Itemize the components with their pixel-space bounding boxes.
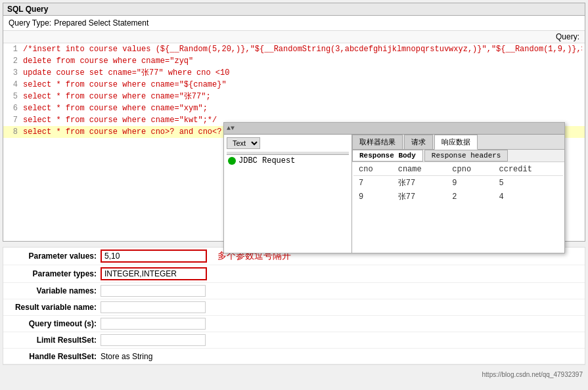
result-variable-name-row: Result variable name: bbox=[3, 299, 585, 316]
code-area[interactable]: 1/*insert into course values (${__Random… bbox=[3, 43, 585, 148]
result-panel-arrows: ▲▼ bbox=[227, 125, 235, 132]
line-text: select * from course where cname="张77"; bbox=[23, 91, 211, 102]
result-right: 取样器结果请求响应数据 Response BodyResponse header… bbox=[352, 135, 564, 253]
line-text: select * from course where cname="xym"; bbox=[23, 102, 208, 114]
query-timeout-row: Query timeout (s): bbox=[3, 316, 585, 332]
table-cell: 9 bbox=[353, 190, 393, 204]
limit-resultset-row: Limit ResultSet: bbox=[3, 332, 585, 349]
table-row: 7张7795 bbox=[353, 176, 563, 190]
param-types-label: Parameter types: bbox=[9, 269, 101, 278]
limit-resultset-label: Limit ResultSet: bbox=[9, 336, 101, 345]
table-column-header: ccredit bbox=[493, 163, 563, 176]
variable-names-label: Variable names: bbox=[9, 286, 101, 295]
table-column-header: cname bbox=[393, 163, 447, 176]
query-timeout-input[interactable] bbox=[101, 318, 206, 330]
sub-tab[interactable]: Response headers bbox=[424, 150, 509, 162]
line-number: 5 bbox=[6, 91, 18, 102]
code-line: 1/*insert into course values (${__Random… bbox=[3, 43, 585, 55]
table-cell: 5 bbox=[493, 176, 563, 190]
result-tab[interactable]: 请求 bbox=[404, 135, 433, 149]
table-cell: 9 bbox=[447, 176, 493, 190]
line-text: /*insert into course values (${__Random(… bbox=[23, 43, 582, 55]
limit-resultset-input[interactable] bbox=[101, 334, 206, 346]
line-text: select * from course where cname="${cnam… bbox=[23, 79, 227, 91]
result-variable-name-label: Result variable name: bbox=[9, 303, 101, 312]
url-watermark: https://blog.csdn.net/qq_47932397 bbox=[482, 371, 583, 378]
line-number: 1 bbox=[6, 43, 18, 55]
handle-resultset-row: Handle ResultSet: Store as String bbox=[3, 349, 585, 364]
code-line: 4select * from course where cname="${cna… bbox=[3, 79, 585, 91]
result-variable-name-input[interactable] bbox=[101, 301, 206, 313]
line-text: delete from course where cname="zyq" bbox=[23, 55, 193, 67]
line-text: select * from course where cno>? and cno… bbox=[23, 126, 221, 138]
result-data-table: cnocnamecpnoccredit 7张77959张7724 bbox=[353, 163, 563, 204]
table-cell: 4 bbox=[493, 190, 563, 204]
sql-query-section: SQL Query Query Type: Prepared Select St… bbox=[3, 3, 585, 242]
result-tab[interactable]: 取样器结果 bbox=[352, 135, 403, 149]
top-section: Query: 1/*insert into course values (${_… bbox=[3, 31, 585, 241]
line-number: 7 bbox=[6, 114, 18, 126]
line-number: 2 bbox=[6, 55, 18, 67]
line-number: 6 bbox=[6, 102, 18, 114]
status-dot bbox=[228, 157, 236, 165]
param-values-input[interactable] bbox=[101, 249, 207, 263]
code-line: 3update course set cname="张77" where cno… bbox=[3, 67, 585, 79]
result-tree: Text JDBC Request bbox=[224, 135, 352, 253]
table-cell: 张77 bbox=[393, 190, 447, 204]
table-cell: 张77 bbox=[393, 176, 447, 190]
section-title: SQL Query bbox=[3, 3, 585, 16]
param-types-row: Parameter types: bbox=[3, 265, 585, 283]
result-tree-item[interactable]: JDBC Request bbox=[227, 155, 349, 167]
result-panel-content: Text JDBC Request bbox=[224, 135, 564, 253]
table-column-header: cpno bbox=[447, 163, 493, 176]
line-number: 3 bbox=[6, 67, 18, 79]
data-table-area: cnocnamecpnoccredit 7张77959张7724 bbox=[352, 162, 564, 253]
jdbc-request-label: JDBC Request bbox=[238, 156, 295, 165]
line-number: 8 bbox=[6, 126, 18, 138]
query-type-label: Query Type: bbox=[9, 18, 51, 28]
table-column-header: cno bbox=[353, 163, 393, 176]
handle-resultset-value: Store as String bbox=[101, 352, 152, 361]
variable-names-input[interactable] bbox=[101, 285, 206, 297]
result-tabs-row: 取样器结果请求响应数据 bbox=[352, 135, 564, 150]
result-panel: ▲▼ Text bbox=[223, 122, 565, 253]
query-timeout-label: Query timeout (s): bbox=[9, 319, 101, 328]
code-line: 2delete from course where cname="zyq" bbox=[3, 55, 585, 67]
query-label-row: Query: bbox=[3, 31, 585, 43]
query-label: Query: bbox=[556, 32, 579, 41]
code-line: 6select * from course where cname="xym"; bbox=[3, 102, 585, 114]
main-container: SQL Query Query Type: Prepared Select St… bbox=[0, 0, 588, 390]
text-dropdown[interactable]: Text bbox=[227, 137, 260, 149]
variable-names-row: Variable names: bbox=[3, 283, 585, 299]
result-panel-titlebar: ▲▼ bbox=[224, 123, 564, 135]
line-number: 4 bbox=[6, 79, 18, 91]
param-types-input[interactable] bbox=[101, 267, 207, 280]
query-type-row: Query Type: Prepared Select Statement bbox=[3, 16, 585, 31]
line-text: select * from course where cname="kwt";*… bbox=[23, 114, 217, 126]
line-text: update course set cname="张77" where cno … bbox=[23, 67, 229, 79]
handle-resultset-label: Handle ResultSet: bbox=[9, 352, 101, 361]
params-section: Parameter values: 多个参数逗号隔开 Parameter typ… bbox=[3, 247, 585, 365]
param-values-label: Parameter values: bbox=[9, 251, 101, 261]
table-cell: 2 bbox=[447, 190, 493, 204]
result-tab[interactable]: 响应数据 bbox=[434, 135, 478, 150]
sub-tab[interactable]: Response Body bbox=[352, 150, 423, 162]
table-row: 9张7724 bbox=[353, 190, 563, 204]
table-cell: 7 bbox=[353, 176, 393, 190]
tab-sampler-result[interactable] bbox=[227, 152, 232, 154]
query-type-value: Prepared Select Statement bbox=[54, 18, 148, 28]
sub-tabs-row: Response BodyResponse headers bbox=[352, 150, 564, 162]
code-line: 5select * from course where cname="张77"; bbox=[3, 91, 585, 102]
